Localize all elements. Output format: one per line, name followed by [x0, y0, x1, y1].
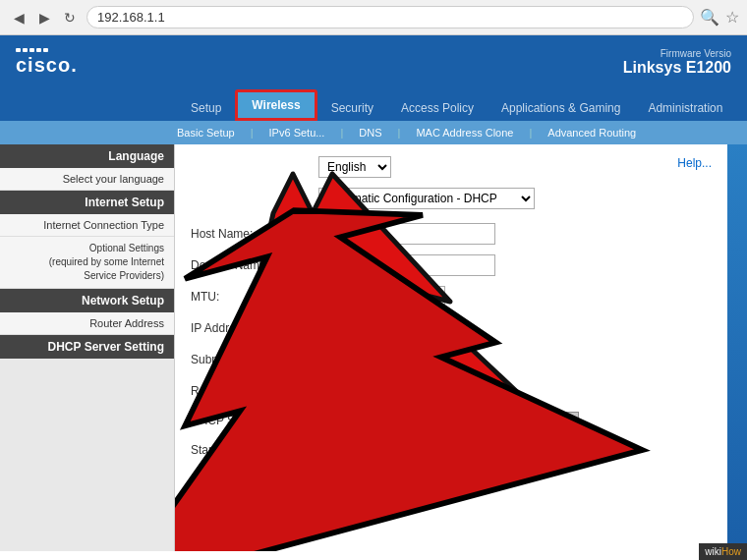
host-name-row: Host Name:: [191, 223, 712, 245]
help-link[interactable]: Help...: [677, 156, 712, 170]
mtu-row: MTU: Auto Manual Size:: [191, 286, 712, 308]
cisco-dot: [16, 48, 21, 52]
tab-status[interactable]: Stat: [736, 95, 747, 121]
dhcp-disabled-label: Disabled: [411, 414, 457, 427]
subnav-sep: |: [398, 127, 401, 139]
tab-administration[interactable]: Administration: [634, 95, 736, 121]
subnav-ipv6[interactable]: IPv6 Setu...: [269, 127, 325, 139]
wikihow-how: How: [721, 546, 741, 557]
ip-octet-1[interactable]: [318, 317, 354, 339]
tab-security[interactable]: Security: [317, 95, 387, 121]
dhcp-enabled-label: Enabled: [339, 414, 382, 427]
search-icon[interactable]: 🔍: [700, 8, 719, 27]
dhcp-radio-group: Enabled Disabled DHCP Reservation: [318, 412, 579, 429]
browser-chrome: ◀ ▶ ↻ 192.168.1.1 🔍 ☆: [0, 0, 747, 35]
sidebar-section-internet: Internet Setup: [0, 191, 174, 214]
tab-access-policy[interactable]: Access Policy: [387, 95, 488, 121]
mtu-size-label: Size:: [385, 290, 412, 304]
cisco-logo: cisco.: [16, 48, 78, 77]
header-right: Firmware Versio Linksys E1200: [623, 48, 731, 77]
router-model: Linksys E1200: [623, 59, 731, 77]
content-area: Help... English French Spanish Automatic…: [175, 144, 727, 551]
subnet-mask-select[interactable]: 255.255.255.0 255.255.254.0: [318, 349, 456, 370]
start-ip-octet-4[interactable]: [448, 439, 484, 461]
dhcp-reservation-button[interactable]: DHCP Reservation: [471, 412, 580, 429]
sidebar-item-router-address: Router Address: [0, 312, 174, 335]
router-model-text: Linksys E1200: [623, 59, 731, 76]
cisco-brand-text: cisco.: [16, 54, 78, 77]
reload-button[interactable]: ↻: [59, 7, 81, 28]
ip-sep-2: .: [399, 320, 403, 336]
subnav-sep: |: [529, 127, 532, 139]
start-ip-sep-3: .: [442, 442, 446, 458]
subnav-basic-setup[interactable]: Basic Setup: [177, 127, 235, 139]
subnet-mask-row: Subnet Mask: 255.255.255.0 255.255.254.0: [191, 349, 712, 370]
router-name-row: Router Name :: [191, 380, 712, 402]
ip-address-row: IP Address: . .: [191, 317, 712, 339]
sidebar-item-connection-type: Internet Connection Type: [0, 214, 174, 237]
forward-button[interactable]: ▶: [33, 7, 55, 28]
sidebar-section-network: Network Setup: [0, 289, 174, 312]
subnav-advanced-routing[interactable]: Advanced Routing: [547, 127, 636, 139]
tab-wireless[interactable]: Wireless: [235, 89, 316, 121]
start-ip-octet-3[interactable]: [405, 439, 440, 461]
router-header: cisco. Firmware Versio Linksys E1200: [0, 35, 747, 89]
domain-name-row: Domain Name:: [191, 254, 712, 276]
subnav-sep: |: [340, 127, 343, 139]
address-bar[interactable]: 192.168.1.1: [86, 6, 694, 28]
tab-apps-gaming[interactable]: Applications & Gaming: [488, 95, 634, 121]
sub-nav: Basic Setup | IPv6 Setu... | DNS | MAC A…: [0, 121, 747, 144]
start-ip-sep-1: .: [356, 442, 360, 458]
subnav-dns[interactable]: DNS: [359, 127, 381, 139]
connection-type-row: Automatic Configuration - DHCP Static IP…: [191, 188, 712, 209]
cisco-dot: [36, 48, 41, 52]
router-name-input[interactable]: [318, 380, 495, 402]
router-name-label: Router Name :: [191, 384, 318, 398]
dhcp-disabled-radio[interactable]: [390, 415, 403, 427]
sidebar-item-optional-settings: Optional Settings(required by some Inter…: [0, 237, 174, 289]
domain-name-input[interactable]: [318, 254, 495, 276]
subnav-sep: |: [251, 127, 254, 139]
ip-octet-3[interactable]: [405, 317, 440, 339]
address-text: 192.168.1.1: [97, 10, 683, 25]
subnet-mask-label: Subnet Mask:: [191, 353, 318, 366]
ip-octet-2[interactable]: [362, 317, 397, 339]
right-panel: [727, 144, 747, 551]
ip-address-group: . .: [318, 317, 440, 339]
start-ip-group: . . .: [318, 439, 484, 461]
mtu-label: MTU:: [191, 290, 318, 304]
browser-toolbar: ◀ ▶ ↻ 192.168.1.1 🔍 ☆: [0, 0, 747, 34]
cisco-dots: [16, 48, 48, 52]
connection-type-select[interactable]: Automatic Configuration - DHCP Static IP…: [318, 188, 535, 209]
sidebar-section-dhcp: DHCP Server Setting: [0, 335, 174, 359]
firmware-label: Firmware Versio: [623, 48, 731, 59]
toolbar-icons: 🔍 ☆: [700, 8, 739, 27]
nav-tabs-bar: Setup Wireless Security Access Policy Ap…: [0, 89, 747, 121]
host-name-input[interactable]: [318, 223, 495, 245]
language-select[interactable]: English French Spanish: [318, 156, 391, 178]
sidebar-section-language: Language: [0, 144, 174, 168]
mtu-select[interactable]: Auto Manual: [318, 286, 377, 308]
dhcp-enabled-radio[interactable]: [318, 415, 331, 427]
star-icon[interactable]: ☆: [725, 8, 739, 27]
start-ip-label: Start IP Address:: [191, 443, 318, 457]
tab-setup[interactable]: Setup: [177, 95, 235, 121]
cisco-dot: [23, 48, 28, 52]
cisco-dot: [43, 48, 48, 52]
nav-buttons: ◀ ▶ ↻: [8, 7, 81, 28]
sidebar: Language Select your language Internet S…: [0, 144, 175, 551]
language-row: English French Spanish: [191, 156, 712, 178]
wikihow-badge: wikiHow: [699, 543, 747, 560]
mtu-size-input[interactable]: [416, 286, 445, 308]
dhcp-server-label: DHCP Server:: [191, 414, 318, 427]
domain-name-label: Domain Name:: [191, 258, 318, 272]
start-ip-octet-2[interactable]: [362, 439, 397, 461]
cisco-dot: [29, 48, 34, 52]
host-name-label: Host Name:: [191, 227, 318, 241]
back-button[interactable]: ◀: [8, 7, 29, 28]
start-ip-row: Start IP Address: . . .: [191, 439, 712, 461]
start-ip-octet-1[interactable]: [318, 439, 354, 461]
subnav-mac-clone[interactable]: MAC Address Clone: [416, 127, 513, 139]
ip-address-label: IP Address:: [191, 321, 318, 335]
ip-sep-1: .: [356, 320, 360, 336]
